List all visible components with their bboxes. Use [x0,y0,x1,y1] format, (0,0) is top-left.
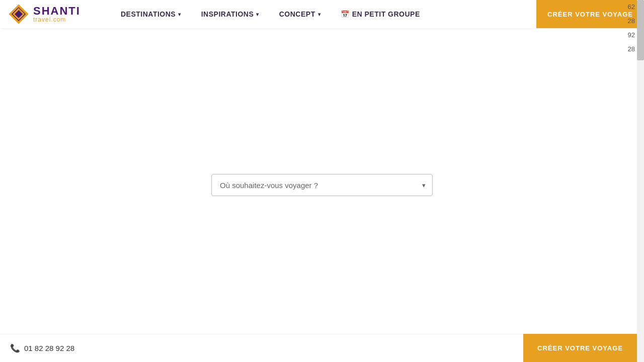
chevron-down-icon: ▾ [178,12,181,17]
calendar-icon: 📅 [341,10,350,18]
phone-icon: 📞 [10,343,20,353]
search-wrapper: Où souhaitez-vous voyager ? ▾ [211,174,433,196]
navbar-nav: DESTINATIONS ▾ INSPIRATIONS ▾ CONCEPT ▾ … [111,0,536,28]
main-content: Où souhaitez-vous voyager ? ▾ [0,0,644,362]
nav-item-petit-groupe[interactable]: 📅 EN PETIT GROUPE [331,0,430,28]
brand-name-shanti: SHANTI [33,6,80,17]
side-number-2: 28 [628,14,635,28]
nav-label-petit-groupe: EN PETIT GROUPE [352,10,420,18]
footer-bar: 📞 01 82 28 92 28 CRÉER VOTRE VOYAGE [0,334,637,362]
logo-link[interactable]: SHANTI travel.com [0,4,111,25]
chevron-down-icon: ▾ [256,12,259,17]
nav-item-concept[interactable]: CONCEPT ▾ [269,0,331,28]
nav-item-destinations[interactable]: DESTINATIONS ▾ [111,0,191,28]
phone-number: 01 82 28 92 28 [24,344,74,352]
nav-label-concept: CONCEPT [279,10,315,18]
logo-text: SHANTI travel.com [33,6,80,23]
nav-label-destinations: DESTINATIONS [121,10,176,18]
logo-icon [8,4,29,25]
nav-item-inspirations[interactable]: INSPIRATIONS ▾ [191,0,269,28]
side-number-4: 28 [628,42,635,56]
scrollbar-thumb[interactable] [637,0,644,60]
chevron-down-icon: ▾ [318,12,321,17]
side-number-3: 92 [628,28,635,42]
footer-cta-button[interactable]: CRÉER VOTRE VOYAGE [523,334,637,362]
nav-label-inspirations: INSPIRATIONS [201,10,254,18]
scrollbar[interactable] [637,0,644,362]
navbar: SHANTI travel.com DESTINATIONS ▾ INSPIRA… [0,0,644,28]
side-numbers: 62 28 92 28 [628,0,637,56]
search-container: Où souhaitez-vous voyager ? ▾ [211,174,433,196]
destination-select[interactable]: Où souhaitez-vous voyager ? [211,174,433,196]
brand-name-travel: travel.com [33,17,80,23]
side-number-1: 62 [628,0,635,14]
footer-phone: 📞 01 82 28 92 28 [10,343,74,353]
